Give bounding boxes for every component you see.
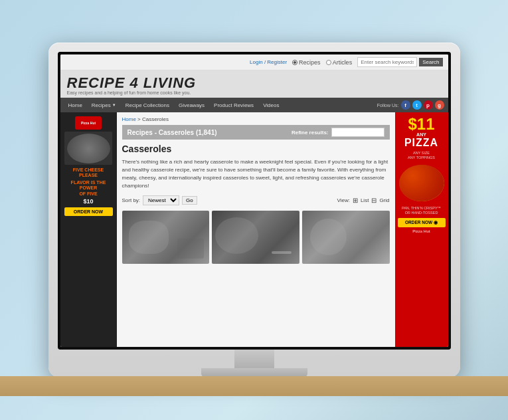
- monitor: Login / Register Recipes Articles: [48, 43, 460, 377]
- radio-recipes[interactable]: Recipes: [292, 59, 321, 66]
- nav-bar: Home Recipes ▼ Recipe Collections Giveaw…: [60, 98, 448, 112]
- sort-select[interactable]: Newest: [143, 195, 179, 205]
- right-ad-size-text: ANY SIZEANY TOPPINGS: [408, 151, 435, 160]
- list-view-icon[interactable]: ⊞: [353, 197, 358, 204]
- left-ad-power-text: FLAVOR IS THEPOWEROF FIVE: [71, 180, 106, 197]
- nav-giveaways[interactable]: Giveaways: [175, 100, 209, 110]
- recipe-image-3[interactable]: [302, 211, 390, 264]
- logo-text: RECIPE 4 LIVING: [67, 76, 197, 90]
- facebook-icon[interactable]: f: [401, 100, 410, 110]
- right-ad-order-button[interactable]: ORDER NOW ◉: [398, 218, 446, 227]
- left-ad-pizza-image: [64, 132, 112, 165]
- login-register-link[interactable]: Login / Register: [250, 59, 287, 65]
- main-content: Pizza Hut FIVE CHEESE PLEASE FLAVOR IS T…: [60, 112, 448, 347]
- breadcrumb-home[interactable]: Home: [122, 116, 136, 122]
- right-ad-pizza-image: [399, 165, 444, 201]
- list-view-label[interactable]: List: [361, 197, 369, 203]
- breadcrumb-current: Casseroles: [142, 116, 169, 122]
- search-type-radio-group: Recipes Articles: [292, 59, 352, 66]
- nav-product-reviews[interactable]: Product Reviews: [210, 100, 258, 110]
- recipe-image-2[interactable]: [212, 211, 299, 264]
- recipe-image-1[interactable]: [122, 211, 210, 264]
- radio-articles[interactable]: Articles: [326, 59, 353, 66]
- screen-bezel: Login / Register Recipes Articles: [58, 52, 451, 350]
- left-ad-price: $10: [83, 198, 93, 205]
- sort-by-label: Sort by:: [122, 197, 141, 203]
- googleplus-icon[interactable]: g: [435, 100, 444, 110]
- social-icons: Follow Us: f t p g: [377, 100, 444, 110]
- nav-videos[interactable]: Videos: [259, 100, 283, 110]
- view-label: View:: [337, 197, 350, 203]
- monitor-stand-neck: [234, 350, 274, 368]
- nav-recipes[interactable]: Recipes ▼: [88, 100, 120, 110]
- left-ad-flavor-text: FIVE CHEESE PLEASE: [64, 167, 113, 179]
- refine-results-group: Refine results:: [292, 128, 384, 137]
- nav-recipe-collections[interactable]: Recipe Collections: [122, 100, 173, 110]
- right-ad-logo: Pizza Hut: [412, 229, 430, 233]
- right-ad-pizza-label: PIZZA: [404, 137, 438, 149]
- right-ad-any-label: ANY: [416, 132, 426, 137]
- breadcrumb-separator: >: [137, 116, 141, 122]
- refine-label: Refine results:: [292, 130, 329, 136]
- grid-view-icon[interactable]: ⊟: [371, 197, 377, 204]
- follow-us-label: Follow Us:: [377, 103, 399, 108]
- left-ad-order-button[interactable]: ORDER NOW: [64, 207, 113, 216]
- website: Login / Register Recipes Articles: [60, 54, 448, 347]
- recipe-header-bar: Recipes - Casseroles (1,841) Refine resu…: [122, 125, 390, 140]
- recipe-count-title: Recipes - Casseroles (1,841): [127, 129, 217, 136]
- left-ad: Pizza Hut FIVE CHEESE PLEASE FLAVOR IS T…: [60, 112, 117, 347]
- desk-surface: [0, 376, 508, 396]
- twitter-icon[interactable]: t: [412, 100, 422, 110]
- breadcrumb: Home > Casseroles: [122, 116, 390, 122]
- center-content: Home > Casseroles Recipes - Casseroles (…: [117, 112, 395, 347]
- sort-go-button[interactable]: Go: [182, 196, 197, 205]
- sort-group: Sort by: Newest Go: [122, 195, 197, 205]
- nav-recipes-dropdown-arrow: ▼: [112, 103, 116, 107]
- logo-subtitle: Easy recipes and a helping of fun from h…: [67, 90, 197, 95]
- section-title: Casseroles: [122, 144, 390, 154]
- radio-recipes-label: Recipes: [299, 59, 321, 66]
- site-header: RECIPE 4 LIVING Easy recipes and a helpi…: [60, 70, 448, 98]
- radio-articles-circle: [326, 60, 331, 65]
- site-logo: RECIPE 4 LIVING Easy recipes and a helpi…: [67, 76, 197, 95]
- recipe-image-grid: [122, 211, 390, 264]
- nav-home[interactable]: Home: [64, 100, 86, 110]
- sort-view-bar: Sort by: Newest Go View: ⊞ List ⊟: [122, 195, 390, 205]
- grid-view-label[interactable]: Grid: [379, 197, 389, 203]
- search-input[interactable]: [357, 57, 417, 67]
- radio-articles-label: Articles: [333, 59, 353, 66]
- right-ad: $11 ANY PIZZA ANY SIZEANY TOPPINGS PAN, …: [395, 112, 448, 347]
- pizza-hut-logo: Pizza Hut: [75, 116, 102, 130]
- right-ad-crust-text: PAN, THIN'N CRISPY™OR HAND-TOSSED: [402, 206, 441, 215]
- search-button[interactable]: Search: [419, 58, 442, 66]
- top-bar: Login / Register Recipes Articles: [60, 54, 448, 70]
- section-description: There's nothing like a rich and hearty c…: [122, 158, 390, 190]
- monitor-screen: Login / Register Recipes Articles: [60, 54, 448, 347]
- refine-input[interactable]: [331, 128, 384, 137]
- radio-recipes-circle: [292, 60, 297, 65]
- pinterest-icon[interactable]: p: [424, 100, 433, 110]
- right-ad-price: $11: [408, 116, 434, 132]
- view-group: View: ⊞ List ⊟ Grid: [337, 197, 390, 204]
- search-bar: Search: [357, 57, 442, 67]
